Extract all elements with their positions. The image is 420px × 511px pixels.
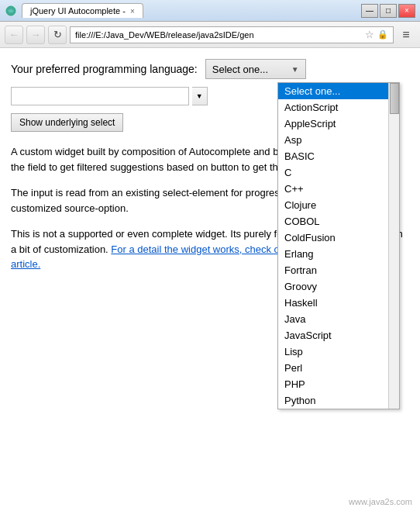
scrollbar-thumb[interactable] [390,83,399,114]
dropdown-item-5[interactable]: C [278,164,399,181]
minimize-btn[interactable]: — [361,4,378,18]
refresh-btn[interactable]: ↻ [48,26,67,44]
dropdown-item-6[interactable]: C++ [278,181,399,197]
refresh-icon: ↻ [53,29,62,40]
dropdown-item-11[interactable]: Fortran [278,262,399,278]
select-combobox-btn[interactable]: Select one... ▼ [205,59,306,79]
title-bar: jQuery UI Autocomplete - × — □ × [0,0,420,22]
browser-tab[interactable]: jQuery UI Autocomplete - × [22,3,143,18]
dropdown-scrollbar[interactable] [388,83,399,409]
header-row: Your preferred programming language: Sel… [11,59,409,79]
input-dropdown-btn[interactable]: ▼ [192,87,208,105]
dropdown-item-17[interactable]: Perl [278,360,399,376]
browser-menu-btn[interactable]: ≡ [397,26,415,44]
header-label: Your preferred programming language: [11,63,198,75]
address-bar[interactable]: file:///E:/Java_Dev/WEB/release/java2sID… [70,26,394,43]
star-icon[interactable]: ☆ [365,29,374,40]
address-text: file:///E:/Java_Dev/WEB/release/java2sID… [75,30,362,40]
dropdown-item-13[interactable]: Haskell [278,295,399,311]
back-icon: ← [9,29,19,40]
dropdown-item-19[interactable]: Python [278,392,399,409]
select-btn-label: Select one... [212,64,268,75]
dropdown-item-8[interactable]: COBOL [278,213,399,230]
watermark: www.java2s.com [349,497,412,506]
lock-icon: 🔒 [377,29,388,40]
dropdown-item-4[interactable]: BASIC [278,148,399,164]
tab-close-btn[interactable]: × [130,7,135,16]
dropdown-item-9[interactable]: ColdFusion [278,230,399,246]
dropdown-item-16[interactable]: Lisp [278,344,399,360]
dropdown-item-3[interactable]: Asp [278,132,399,148]
maximize-btn[interactable]: □ [380,4,397,18]
show-select-button[interactable]: Show underlying select [11,113,123,132]
dropdown-item-15[interactable]: JavaScript [278,327,399,344]
forward-icon: → [31,29,41,40]
browser-icon [5,5,17,17]
dropdown-item-7[interactable]: Clojure [278,197,399,213]
dropdown-item-1[interactable]: ActionScript [278,99,399,116]
dropdown-item-0[interactable]: Select one... [278,83,399,99]
dropdown-item-14[interactable]: Java [278,311,399,327]
dropdown-item-12[interactable]: Groovy [278,278,399,295]
window-controls: — □ × [361,4,415,18]
autocomplete-input[interactable] [11,87,189,105]
dropdown-arrow-icon: ▼ [196,92,203,100]
dropdown-list: Select one... ActionScript AppleScript A… [277,82,400,409]
dropdown-item-2[interactable]: AppleScript [278,116,399,132]
select-arrow-icon: ▼ [291,65,299,74]
tab-label: jQuery UI Autocomplete - [30,6,126,16]
content-area: Your preferred programming language: Sel… [0,48,420,511]
back-btn[interactable]: ← [5,26,23,44]
dropdown-item-10[interactable]: Erlang [278,246,399,262]
forward-btn[interactable]: → [26,26,45,44]
close-btn[interactable]: × [398,4,415,18]
dropdown-item-18[interactable]: PHP [278,376,399,392]
nav-bar: ← → ↻ file:///E:/Java_Dev/WEB/release/ja… [0,22,420,48]
